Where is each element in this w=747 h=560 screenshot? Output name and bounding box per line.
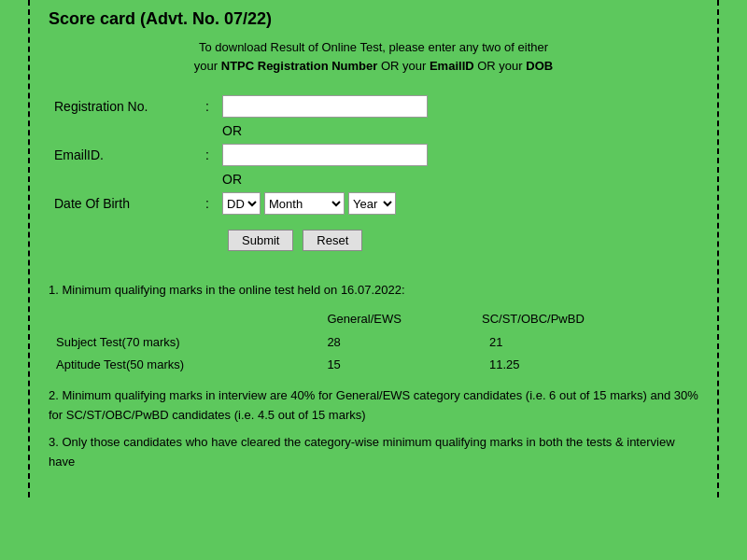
info-section: 1. Minimum qualifying marks in the onlin… bbox=[49, 281, 698, 471]
button-cell: Submit Reset bbox=[49, 218, 698, 262]
reset-button[interactable]: Reset bbox=[303, 230, 362, 251]
registration-row: Registration No. : bbox=[49, 91, 698, 121]
dob-label: Date Of Birth bbox=[49, 189, 198, 218]
dob-selects-container: DD12345678910111213141516171819202122232… bbox=[222, 192, 693, 215]
marks-row-2: Aptitude Test(50 marks) 15 11.25 bbox=[49, 354, 698, 377]
col-sc-header: SC/ST/OBC/PwBD bbox=[482, 308, 698, 331]
btn-container: Submit Reset bbox=[54, 222, 693, 259]
reg-label: Registration No. bbox=[49, 91, 198, 121]
email-row: EmailID. : bbox=[49, 140, 698, 170]
submit-button[interactable]: Submit bbox=[228, 230, 293, 251]
marks-table: General/EWS SC/ST/OBC/PwBD Subject Test(… bbox=[49, 308, 698, 377]
reg-colon: : bbox=[198, 91, 217, 121]
aptitude-test-general: 15 bbox=[308, 354, 482, 377]
dob-colon: : bbox=[198, 189, 217, 218]
or1-row: OR bbox=[49, 121, 698, 140]
dob-row: Date Of Birth : DD1234567891011121314151… bbox=[49, 189, 698, 218]
or2-row: OR bbox=[49, 170, 698, 189]
para2: 2. Minimum qualifying marks in interview… bbox=[49, 386, 698, 426]
dob-selects-cell: DD12345678910111213141516171819202122232… bbox=[217, 189, 698, 218]
marks-header-row: General/EWS SC/ST/OBC/PwBD bbox=[49, 308, 698, 331]
dob-year-select[interactable]: Year198019811982198319841985198619871988… bbox=[348, 192, 396, 215]
aptitude-test-sc: 11.25 bbox=[482, 354, 698, 377]
email-label: EmailID. bbox=[49, 140, 198, 170]
marks-row-1: Subject Test(70 marks) 28 21 bbox=[49, 331, 698, 355]
registration-input[interactable] bbox=[222, 95, 428, 118]
subtitle-line1: To download Result of Online Test, pleas… bbox=[199, 40, 548, 54]
col-general-header: General/EWS bbox=[308, 308, 482, 331]
aptitude-test-label: Aptitude Test(50 marks) bbox=[49, 354, 308, 377]
email-input-cell bbox=[217, 140, 698, 170]
subtitle: To download Result of Online Test, pleas… bbox=[49, 38, 698, 75]
para1-intro: 1. Minimum qualifying marks in the onlin… bbox=[49, 281, 698, 301]
para3: 3. Only those candidates who have cleare… bbox=[49, 433, 698, 472]
page-title: Score card (Advt. No. 07/22) bbox=[49, 9, 698, 29]
or1-text: OR bbox=[49, 121, 698, 140]
dob-month-select[interactable]: MonthJanuaryFebruaryMarchAprilMayJuneJul… bbox=[264, 192, 345, 215]
form-table: Registration No. : OR EmailID. : OR Da bbox=[49, 91, 698, 262]
subject-test-label: Subject Test(70 marks) bbox=[49, 331, 308, 355]
subtitle-ntpc: NTPC Registration Number bbox=[221, 59, 378, 73]
subtitle-or2: OR your bbox=[474, 59, 527, 73]
reg-input-cell bbox=[217, 91, 698, 121]
email-input[interactable] bbox=[222, 144, 428, 166]
dob-day-select[interactable]: DD12345678910111213141516171819202122232… bbox=[222, 192, 261, 215]
subtitle-or1: OR your bbox=[377, 59, 430, 73]
email-colon: : bbox=[198, 140, 217, 170]
button-row: Submit Reset bbox=[49, 218, 698, 262]
subtitle-emailid: EmailID bbox=[430, 59, 474, 73]
subject-test-general: 28 bbox=[308, 331, 482, 355]
subject-test-sc: 21 bbox=[482, 331, 698, 355]
col-subject-header bbox=[49, 308, 308, 331]
subtitle-line2-plain1: your bbox=[194, 59, 221, 73]
subtitle-dob: DOB bbox=[526, 59, 553, 73]
or2-text: OR bbox=[49, 170, 698, 189]
